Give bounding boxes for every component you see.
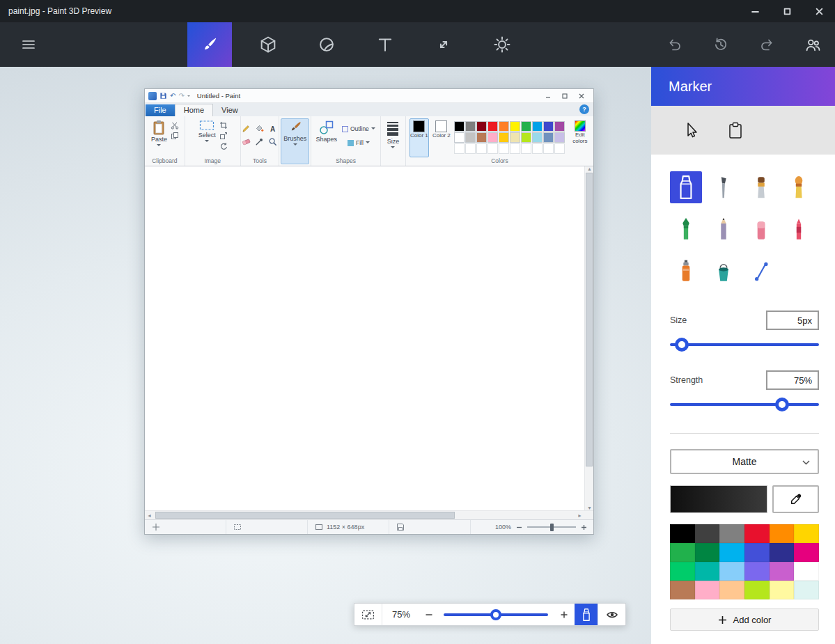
- paint-undo-icon: ↶: [170, 93, 175, 100]
- panel-color-13[interactable]: [695, 562, 720, 581]
- brush-pixel-pen[interactable]: [670, 213, 702, 245]
- brush-oil-brush[interactable]: [745, 171, 777, 203]
- menu-button[interactable]: [15, 32, 42, 57]
- panel-color-2[interactable]: [719, 524, 744, 543]
- side-panel: Marker: [651, 67, 835, 644]
- close-button[interactable]: [803, 0, 835, 22]
- minimize-button[interactable]: [739, 0, 771, 22]
- fit-screen-button[interactable]: [354, 604, 382, 625]
- panel-color-11[interactable]: [794, 543, 819, 562]
- active-tool-button[interactable]: [575, 604, 598, 625]
- fill-tool-icon: [255, 124, 264, 133]
- brush-spray-can[interactable]: [670, 255, 702, 287]
- strength-slider[interactable]: [670, 397, 819, 412]
- panel-color-0[interactable]: [670, 524, 695, 543]
- tab-brushes[interactable]: [187, 22, 232, 67]
- undo-button[interactable]: [661, 31, 689, 58]
- panel-color-9[interactable]: [744, 543, 770, 562]
- ribbon-color-9: [554, 121, 565, 132]
- tab-effects[interactable]: [480, 22, 524, 67]
- save-icon: [159, 92, 167, 100]
- brush-watercolor[interactable]: [783, 171, 815, 203]
- eyedropper-button[interactable]: [772, 485, 819, 513]
- panel-color-15[interactable]: [744, 562, 770, 581]
- select-tool-button[interactable]: [679, 118, 703, 142]
- ribbon-color-11: [465, 132, 476, 143]
- brush-eraser[interactable]: [745, 213, 777, 245]
- select-button: Select: [196, 118, 218, 157]
- panel-color-1[interactable]: [695, 524, 720, 543]
- panel-color-10[interactable]: [770, 543, 795, 562]
- zoom-out-button[interactable]: [420, 604, 438, 625]
- paint-tab-file: File: [146, 104, 175, 116]
- maximize-button[interactable]: [771, 0, 803, 22]
- tab-stickers[interactable]: [304, 22, 349, 67]
- panel-color-3[interactable]: [744, 524, 770, 543]
- paste-icon: [726, 121, 744, 139]
- strength-input[interactable]: [766, 370, 819, 390]
- panel-color-4[interactable]: [770, 524, 795, 543]
- show-original-button[interactable]: [598, 604, 625, 625]
- panel-color-20[interactable]: [719, 581, 744, 599]
- history-button[interactable]: [707, 31, 735, 58]
- panel-color-19[interactable]: [695, 581, 720, 599]
- brush-crayon[interactable]: [783, 213, 815, 245]
- paint-zoom-slider-thumb: [550, 524, 554, 531]
- redo-button[interactable]: [753, 31, 781, 58]
- people-button[interactable]: [799, 31, 827, 58]
- panel-color-16[interactable]: [770, 562, 795, 581]
- panel-color-21[interactable]: [744, 581, 770, 599]
- strength-slider-thumb[interactable]: [775, 398, 789, 411]
- paste-tool-button[interactable]: [724, 118, 747, 142]
- outline-dropdown: Outline: [341, 124, 377, 134]
- fit-screen-icon: [361, 608, 375, 621]
- ribbon-color-empty-4: [499, 143, 509, 154]
- history-icon: [712, 36, 729, 53]
- brush-calligraphy-pen[interactable]: [708, 171, 740, 203]
- panel-color-18[interactable]: [670, 581, 695, 599]
- panel-color-7[interactable]: [695, 543, 720, 562]
- ribbon-color-13: [487, 132, 498, 143]
- zoom-slider-thumb[interactable]: [490, 609, 501, 620]
- panel-color-17[interactable]: [794, 562, 819, 581]
- panel-color-8[interactable]: [719, 543, 744, 562]
- ribbon-group-shapes: Shapes Outline Fill: [311, 116, 381, 166]
- color2-button: Color 2: [432, 118, 451, 157]
- current-color-swatch[interactable]: [670, 485, 767, 513]
- panel-color-14[interactable]: [719, 562, 744, 581]
- paste-button: Paste: [149, 118, 169, 157]
- paint-image: ↶ ↷ Untitled - Paint File Home View ?: [144, 88, 594, 535]
- brush-line[interactable]: [745, 255, 777, 287]
- brush-pencil[interactable]: [708, 213, 740, 245]
- brush-fill[interactable]: [708, 255, 740, 287]
- zoom-in-button[interactable]: [554, 604, 575, 625]
- qat-dropdown-icon: [187, 95, 190, 98]
- close-icon: [816, 8, 823, 15]
- cube-icon: [258, 35, 278, 54]
- main-toolbar: [0, 22, 835, 67]
- size-slider-thumb[interactable]: [675, 338, 689, 352]
- paint-image-title: Untitled - Paint: [197, 92, 240, 100]
- size-input[interactable]: [766, 311, 819, 330]
- tab-canvas[interactable]: [421, 22, 466, 67]
- brush-marker[interactable]: [670, 171, 702, 203]
- marker-icon: [676, 175, 696, 200]
- paint-redo-icon: ↷: [178, 93, 184, 100]
- ribbon-color-17: [532, 132, 543, 143]
- panel-color-23[interactable]: [794, 581, 819, 599]
- panel-color-5[interactable]: [794, 524, 819, 543]
- tab-3d-shapes[interactable]: [246, 22, 290, 67]
- size-slider[interactable]: [670, 337, 819, 352]
- finish-dropdown[interactable]: Matte: [670, 449, 819, 474]
- panel-color-12[interactable]: [670, 562, 695, 581]
- zoom-slider[interactable]: [444, 604, 548, 625]
- panel-color-22[interactable]: [770, 581, 795, 599]
- drawing-canvas-area[interactable]: ↶ ↷ Untitled - Paint File Home View ?: [0, 67, 651, 644]
- line-tool-icon: [751, 258, 772, 283]
- select-cursor-icon: [682, 121, 700, 139]
- ribbon-group-image: Select Image: [185, 116, 241, 166]
- paint3d-app: paint.jpg - Paint 3D Preview: [0, 0, 835, 644]
- panel-color-6[interactable]: [670, 543, 695, 562]
- tab-text[interactable]: [363, 22, 407, 67]
- add-color-button[interactable]: Add color: [670, 608, 819, 631]
